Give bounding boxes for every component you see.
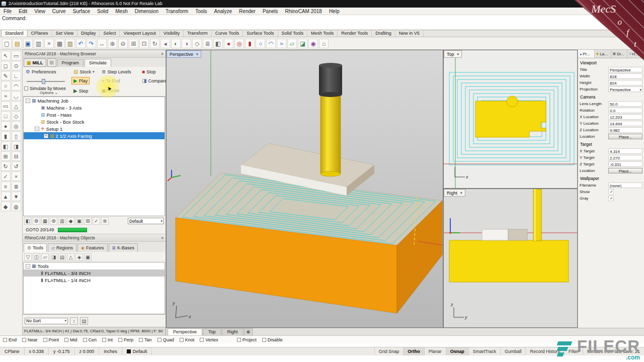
cylinder-icon[interactable]: ▮ (245, 39, 255, 48)
sidebar-tool-icon[interactable]: ≣ (12, 182, 21, 191)
statusbar-cell[interactable]: CPlane (0, 347, 25, 355)
property-value[interactable]: 14.494 (608, 121, 642, 126)
toolbar-tab[interactable]: Viewport Layout (120, 30, 159, 37)
menu-item[interactable]: Tools (192, 8, 210, 15)
menu-item[interactable]: Mesh (112, 8, 131, 15)
checkbox-icon[interactable] (3, 338, 7, 342)
osnap-option[interactable]: Point (43, 337, 59, 342)
tree-item-facing-operation[interactable]: + ▨ 2 1/2 Axis Facing (24, 132, 165, 139)
new-file-icon[interactable]: ▢ (2, 39, 12, 48)
menu-item[interactable]: RhinoCAM 2018 (282, 8, 326, 15)
boolean-icon[interactable]: ◉ (308, 39, 318, 48)
browser-tool-icon[interactable]: ▥ (58, 217, 66, 225)
osnap-option[interactable]: Mid (64, 337, 77, 342)
sphere-icon[interactable]: ● (224, 39, 233, 48)
expand-icon[interactable]: + (44, 134, 48, 138)
curve-icon[interactable]: ≈ (277, 39, 286, 48)
tool-library-icon[interactable]: ▤ (80, 317, 88, 325)
patch-icon[interactable]: ◪ (298, 39, 307, 48)
stock-side-profile[interactable] (449, 240, 569, 282)
objects-tool-icon[interactable]: ▤ (58, 253, 66, 261)
sidebar-tool-icon[interactable]: ◻ (1, 61, 11, 70)
sidebar-tool-icon[interactable]: ● (1, 121, 11, 131)
statusbar-toggle[interactable]: Gumball (500, 347, 526, 355)
objects-tab-features[interactable]: ◈ Features (77, 243, 107, 252)
zoom-out-icon[interactable]: ⊖ (118, 39, 128, 48)
property-value[interactable]: 4.314 (608, 148, 642, 154)
sidebar-tool-icon[interactable]: ◨ (12, 141, 21, 151)
menu-item[interactable]: Help (326, 8, 343, 15)
osnap-option[interactable]: Cen (83, 337, 97, 342)
command-prompt[interactable]: Command: (0, 15, 644, 22)
objects-tool-icon[interactable]: ▽ (24, 253, 32, 261)
sidebar-tool-icon[interactable]: ≡ (1, 182, 11, 191)
toolbar-tab[interactable]: Surface Tools (243, 30, 278, 37)
cut-icon[interactable]: × (44, 39, 54, 48)
compare-button[interactable]: ◨ Compare (140, 77, 169, 84)
toolbar-tab[interactable]: Transform (184, 30, 212, 37)
objects-tab-regions[interactable]: ▱ Regions (48, 243, 76, 252)
statusbar-toggle[interactable]: Ortho (403, 347, 424, 355)
objects-tab-kbases[interactable]: ≣ K-Bases (109, 243, 138, 252)
objects-tool-icon[interactable]: △ (67, 253, 74, 261)
sidebar-tool-icon[interactable]: ⊙ (12, 61, 21, 70)
browser-tool-icon[interactable]: ✓ (93, 217, 100, 225)
sidebar-tool-icon[interactable]: ▯ (12, 131, 21, 141)
toolbar-tab[interactable]: Drafting (372, 30, 395, 37)
tree-item-flatmill-14[interactable]: ▮ FLATMILL - 1/4 INCH (24, 277, 165, 284)
checkbox-icon[interactable] (22, 338, 26, 342)
shaded-view-icon[interactable]: ◐ (171, 39, 181, 48)
tool-holder[interactable] (319, 65, 342, 95)
viewport-title-tab[interactable]: Right ▾ (444, 189, 465, 197)
simulation-speed-slider[interactable] (27, 79, 65, 84)
objects-tool-icon[interactable]: ◫ (33, 253, 40, 261)
preferences-button[interactable]: ⚙ Preferences (24, 68, 58, 75)
statusbar-toggle[interactable]: Osnap (446, 347, 468, 355)
menu-item[interactable]: Transform (162, 8, 192, 15)
menu-item[interactable]: File (0, 8, 15, 15)
property-value[interactable]: 2.270 (608, 155, 642, 160)
sidebar-tool-icon[interactable]: ▲ (1, 192, 11, 201)
copy-icon[interactable]: ▦ (55, 39, 64, 48)
sidebar-tool-icon[interactable]: ▮ (1, 131, 11, 141)
browser-tool-icon[interactable]: ◧ (24, 217, 32, 225)
property-value[interactable]: -0.331 (608, 161, 642, 167)
browser-tool-icon[interactable]: ⊞ (84, 217, 92, 225)
checkbox-icon[interactable] (200, 338, 204, 342)
undo-icon[interactable]: ↶ (76, 39, 86, 48)
objects-tab-tools[interactable]: ⚙ Tools (24, 243, 47, 252)
statusbar-cell[interactable]: z 0.000 (75, 347, 100, 355)
statusbar-toggle[interactable]: SmartTrack (468, 347, 500, 355)
toolbar-tab[interactable]: Select (100, 30, 120, 37)
sidebar-tool-icon[interactable]: × (12, 171, 21, 181)
osnap-option[interactable]: Perp (118, 337, 133, 342)
browser-tool-icon[interactable]: ▣ (75, 217, 83, 225)
menu-item[interactable]: Dimension (131, 8, 162, 15)
toolbar-tab[interactable]: Mesh Tools (307, 30, 338, 37)
menu-item[interactable]: Surface (69, 8, 94, 15)
toolbar-tab[interactable]: Standard (1, 30, 28, 37)
sidebar-tool-icon[interactable]: ⊟ (12, 151, 21, 161)
arc-icon[interactable]: ◠ (266, 39, 276, 48)
undo-view-icon[interactable]: ◂ (160, 39, 170, 48)
surface-icon[interactable]: ▱ (287, 39, 297, 48)
viewport-tab-right[interactable]: Right (222, 328, 244, 335)
toolbar-tab[interactable]: New in V5 (395, 30, 424, 37)
sidebar-tool-icon[interactable]: ◍ (12, 202, 21, 211)
props-tab-layers[interactable]: ◆ La... (595, 50, 611, 58)
tool-position[interactable] (507, 96, 518, 107)
checkbox-icon[interactable] (24, 86, 28, 90)
sidebar-tool-icon[interactable]: ◇ (12, 111, 21, 121)
property-value[interactable]: Place... (608, 168, 642, 173)
viewport-title-tab[interactable]: Top ▾ (444, 50, 462, 58)
mill-module-button[interactable]: ▦ MILL (24, 58, 46, 67)
property-value[interactable]: 9.982 (608, 127, 642, 133)
step-button[interactable]: ▶ Step (71, 87, 90, 95)
osnap-option[interactable]: Vertex (200, 337, 218, 342)
statusbar-toggle[interactable]: Planar (424, 347, 446, 355)
sidebar-tool-icon[interactable]: □ (1, 111, 11, 121)
sidebar-tool-icon[interactable]: ◠ (12, 81, 21, 90)
wireframe-icon[interactable]: ◇ (192, 39, 202, 48)
property-value[interactable]: ✓ (608, 196, 614, 201)
browser-tool-icon[interactable]: ≣ (101, 217, 109, 225)
